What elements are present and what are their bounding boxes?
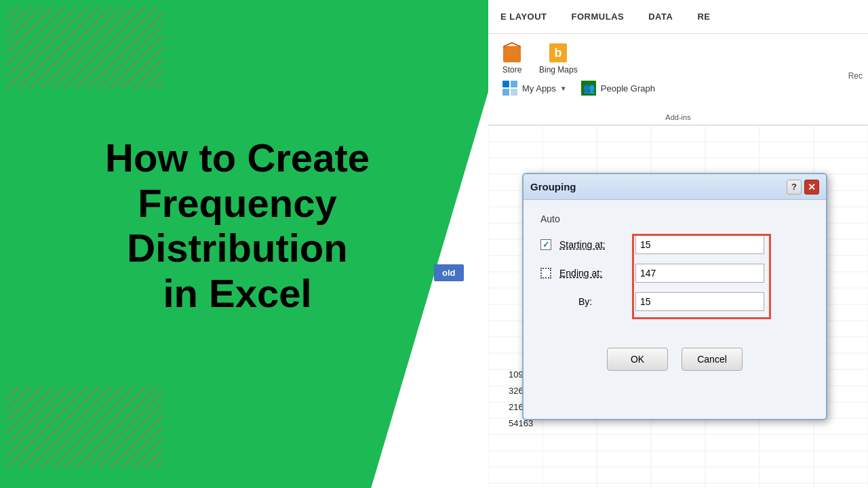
dialog-body: Auto Starting at: Ending at: By: bbox=[524, 200, 826, 334]
by-label: By: bbox=[559, 296, 627, 307]
by-input[interactable] bbox=[635, 292, 764, 311]
ending-at-checkbox[interactable] bbox=[540, 268, 551, 279]
ribbon-row2: My Apps ▼ 👥 People Graph bbox=[488, 79, 868, 98]
people-graph-label: People Graph bbox=[601, 83, 655, 94]
svg-rect-9 bbox=[511, 81, 517, 87]
ending-at-field: Ending at: bbox=[540, 264, 809, 283]
store-label: Store bbox=[502, 65, 522, 75]
svg-rect-1 bbox=[7, 7, 163, 88]
title-line1: How to Create bbox=[105, 136, 370, 180]
ok-button[interactable]: OK bbox=[607, 348, 668, 371]
tab-re[interactable]: RE bbox=[692, 8, 715, 25]
store-icon bbox=[502, 42, 522, 64]
my-apps-icon bbox=[502, 80, 518, 96]
dialog-section-label: Auto bbox=[540, 214, 809, 224]
people-graph-button[interactable]: 👥 People Graph bbox=[580, 80, 655, 96]
pattern-top bbox=[7, 7, 163, 88]
ending-at-label: Ending at: bbox=[559, 268, 627, 279]
svg-text:👥: 👥 bbox=[583, 83, 595, 94]
my-apps-label: My Apps bbox=[522, 83, 556, 94]
bing-icon: b bbox=[548, 42, 568, 64]
addins-label: Add-ins bbox=[665, 113, 690, 121]
svg-rect-11 bbox=[511, 89, 517, 96]
ribbon-row1: Store b Bing Maps Rec bbox=[488, 34, 868, 79]
ribbon-tabs: E LAYOUT FORMULAS DATA RE bbox=[488, 0, 868, 34]
title-line2: Frequency Distribution bbox=[127, 181, 347, 270]
svg-rect-4 bbox=[503, 46, 521, 62]
starting-at-field: Starting at: bbox=[540, 235, 809, 254]
people-graph-icon: 👥 bbox=[580, 80, 597, 96]
title-line3: in Excel bbox=[163, 271, 311, 315]
cancel-button[interactable]: Cancel bbox=[682, 348, 743, 371]
by-field: By: bbox=[540, 292, 809, 311]
starting-at-input[interactable] bbox=[635, 235, 764, 254]
grouping-dialog: Grouping ? ✕ Auto Starting at: Ending at… bbox=[522, 173, 827, 420]
svg-text:b: b bbox=[555, 46, 562, 60]
pattern-bottom bbox=[7, 386, 163, 468]
svg-rect-10 bbox=[502, 89, 509, 96]
main-title: How to Create Frequency Distribution in … bbox=[41, 136, 434, 317]
old-label: old bbox=[434, 264, 464, 281]
svg-rect-3 bbox=[7, 386, 163, 468]
rec-label: Rec bbox=[848, 71, 863, 81]
dialog-box: Grouping ? ✕ Auto Starting at: Ending at… bbox=[522, 173, 827, 420]
bing-maps-button[interactable]: b Bing Maps bbox=[539, 42, 578, 75]
dialog-title: Grouping bbox=[530, 181, 576, 192]
tab-formulas[interactable]: FORMULAS bbox=[566, 8, 630, 25]
dialog-titlebar: Grouping ? ✕ bbox=[524, 174, 826, 200]
my-apps-button[interactable]: My Apps ▼ bbox=[502, 80, 567, 96]
dialog-help-button[interactable]: ? bbox=[787, 180, 802, 195]
dialog-footer: OK Cancel bbox=[524, 338, 826, 381]
starting-at-label: Starting at: bbox=[559, 239, 627, 250]
my-apps-dropdown-icon: ▼ bbox=[560, 85, 567, 92]
ending-at-input[interactable] bbox=[635, 264, 764, 283]
bing-maps-label: Bing Maps bbox=[539, 65, 578, 75]
tab-data[interactable]: DATA bbox=[643, 8, 678, 25]
title-area: How to Create Frequency Distribution in … bbox=[41, 136, 434, 317]
dialog-close-button[interactable]: ✕ bbox=[804, 180, 819, 195]
dialog-controls: ? ✕ bbox=[787, 180, 819, 195]
ribbon-content: Store b Bing Maps Rec bbox=[488, 34, 868, 125]
tab-layout[interactable]: E LAYOUT bbox=[495, 8, 553, 25]
store-button[interactable]: Store bbox=[502, 42, 522, 75]
starting-at-checkbox[interactable] bbox=[540, 239, 551, 250]
svg-rect-8 bbox=[502, 81, 509, 87]
